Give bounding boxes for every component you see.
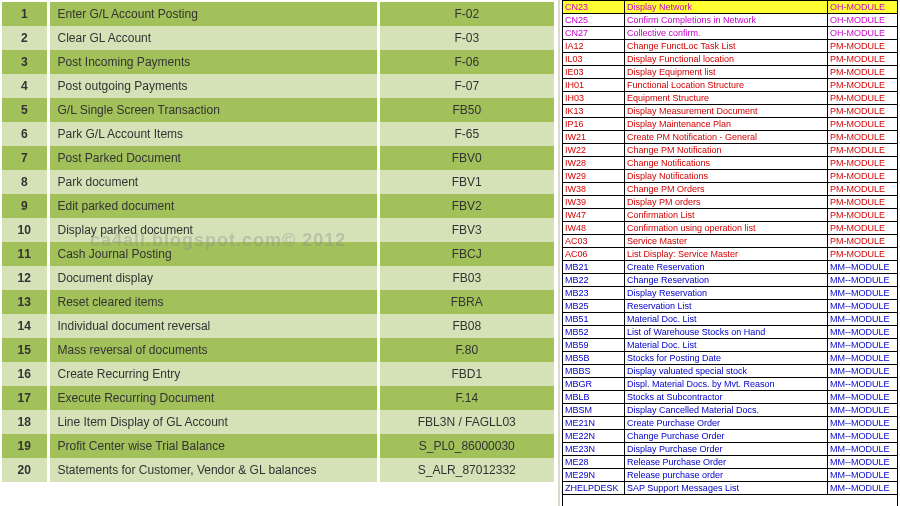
cell-tcode: IH03: [563, 92, 625, 105]
row-description: Profit Center wise Trial Balance: [48, 434, 378, 458]
gl-table-row: 2Clear GL AccountF-03: [2, 26, 554, 50]
row-number: 17: [2, 386, 48, 410]
cell-description: SAP Support Messages List: [625, 482, 828, 495]
module-table-row: IW28Change NotificationsPM-MODULE: [563, 157, 898, 170]
cell-module: PM-MODULE: [828, 53, 898, 66]
gl-table-row: 8Park documentFBV1: [2, 170, 554, 194]
gl-table-row: 9Edit parked documentFBV2: [2, 194, 554, 218]
row-tcode: F-06: [378, 50, 554, 74]
right-panel: CN23Display NetworkOH-MODULECN25Confirm …: [560, 0, 900, 506]
cell-description: Change PM Notification: [625, 144, 828, 157]
module-table-row: IW39Display PM ordersPM-MODULE: [563, 196, 898, 209]
module-table-row: IW29Display NotificationsPM-MODULE: [563, 170, 898, 183]
row-number: 10: [2, 218, 48, 242]
cell-module: PM-MODULE: [828, 222, 898, 235]
module-table-row: CN27Collective confirm.OH-MODULE: [563, 27, 898, 40]
cell-description: Display PM orders: [625, 196, 828, 209]
cell-module: MM--MODULE: [828, 443, 898, 456]
cell-description: Display valuated special stock: [625, 365, 828, 378]
cell-description: Display Purchase Order: [625, 443, 828, 456]
module-table-row: MBLBStocks at SubcontractorMM--MODULE: [563, 391, 898, 404]
gl-table-row: 11Cash Journal PostingFBCJ: [2, 242, 554, 266]
row-tcode: FBV2: [378, 194, 554, 218]
module-table-row: MB25Reservation ListMM--MODULE: [563, 300, 898, 313]
cell-tcode: MBBS: [563, 365, 625, 378]
cell-module: PM-MODULE: [828, 66, 898, 79]
gl-tcode-table: 1Enter G/L Account PostingF-022Clear GL …: [2, 2, 554, 482]
cell-description: Functional Location Structure: [625, 79, 828, 92]
cell-description: Create Reservation: [625, 261, 828, 274]
module-table-row: MB59Material Doc. ListMM--MODULE: [563, 339, 898, 352]
cell-description: Create PM Notification - General: [625, 131, 828, 144]
cell-tcode: IA12: [563, 40, 625, 53]
row-description: Clear GL Account: [48, 26, 378, 50]
row-description: Post Parked Document: [48, 146, 378, 170]
cell-module: MM--MODULE: [828, 482, 898, 495]
row-number: 6: [2, 122, 48, 146]
cell-tcode: MB5B: [563, 352, 625, 365]
cell-module: MM--MODULE: [828, 326, 898, 339]
row-tcode: FBRA: [378, 290, 554, 314]
cell-tcode: IK13: [563, 105, 625, 118]
cell-description: Display Functional location: [625, 53, 828, 66]
cell-tcode: MB25: [563, 300, 625, 313]
row-number: 15: [2, 338, 48, 362]
module-table-row: MBSMDisplay Cancelled Material Docs.MM--…: [563, 404, 898, 417]
module-table-row: IA12Change FunctLoc Task ListPM-MODULE: [563, 40, 898, 53]
cell-tcode: IP16: [563, 118, 625, 131]
cell-description: Change Purchase Order: [625, 430, 828, 443]
module-table-row: MB23Display ReservationMM--MODULE: [563, 287, 898, 300]
module-table-row: IE03Display Equipment listPM-MODULE: [563, 66, 898, 79]
cell-description: Create Purchase Order: [625, 417, 828, 430]
row-number: 16: [2, 362, 48, 386]
row-description: Post Incoming Payments: [48, 50, 378, 74]
cell-module: OH-MODULE: [828, 14, 898, 27]
cell-module: OH-MODULE: [828, 1, 898, 14]
module-table-row: MB5BStocks for Posting DateMM--MODULE: [563, 352, 898, 365]
row-description: Display parked document: [48, 218, 378, 242]
cell-module: PM-MODULE: [828, 118, 898, 131]
row-tcode: FBV1: [378, 170, 554, 194]
cell-module: PM-MODULE: [828, 144, 898, 157]
cell-module: MM--MODULE: [828, 339, 898, 352]
cell-tcode: AC03: [563, 235, 625, 248]
module-table-row: MB21Create ReservationMM--MODULE: [563, 261, 898, 274]
row-number: 18: [2, 410, 48, 434]
row-tcode: F-02: [378, 2, 554, 26]
cell-tcode: ME22N: [563, 430, 625, 443]
module-table-row: IK13Display Measurement DocumentPM-MODUL…: [563, 105, 898, 118]
module-table-row: IW48Confirmation using operation listPM-…: [563, 222, 898, 235]
row-number: 3: [2, 50, 48, 74]
spacer-row: [563, 495, 898, 507]
row-description: Create Recurring Entry: [48, 362, 378, 386]
row-description: Mass reversal of documents: [48, 338, 378, 362]
gl-table-row: 17Execute Recurring DocumentF.14: [2, 386, 554, 410]
gl-table-row: 16Create Recurring EntryFBD1: [2, 362, 554, 386]
module-table-row: CN25Confirm Completions in NetworkOH-MOD…: [563, 14, 898, 27]
gl-table-row: 3Post Incoming PaymentsF-06: [2, 50, 554, 74]
row-number: 8: [2, 170, 48, 194]
row-description: G/L Single Screen Transaction: [48, 98, 378, 122]
row-description: Cash Journal Posting: [48, 242, 378, 266]
row-number: 9: [2, 194, 48, 218]
row-tcode: S_PL0_86000030: [378, 434, 554, 458]
gl-table-row: 7Post Parked DocumentFBV0: [2, 146, 554, 170]
gl-table-row: 15Mass reversal of documentsF.80: [2, 338, 554, 362]
cell-tcode: ME23N: [563, 443, 625, 456]
cell-description: Change PM Orders: [625, 183, 828, 196]
cell-description: Display Notifications: [625, 170, 828, 183]
cell-module: OH-MODULE: [828, 27, 898, 40]
cell-module: PM-MODULE: [828, 248, 898, 261]
row-number: 20: [2, 458, 48, 482]
row-number: 13: [2, 290, 48, 314]
row-description: Line Item Display of GL Account: [48, 410, 378, 434]
gl-table-row: 20Statements for Customer, Vendor & GL b…: [2, 458, 554, 482]
row-tcode: F-07: [378, 74, 554, 98]
cell-tcode: MBSM: [563, 404, 625, 417]
module-table-row: IW22Change PM NotificationPM-MODULE: [563, 144, 898, 157]
row-number: 2: [2, 26, 48, 50]
cell-module: MM--MODULE: [828, 417, 898, 430]
cell-description: Stocks for Posting Date: [625, 352, 828, 365]
row-number: 14: [2, 314, 48, 338]
cell-description: Stocks at Subcontractor: [625, 391, 828, 404]
